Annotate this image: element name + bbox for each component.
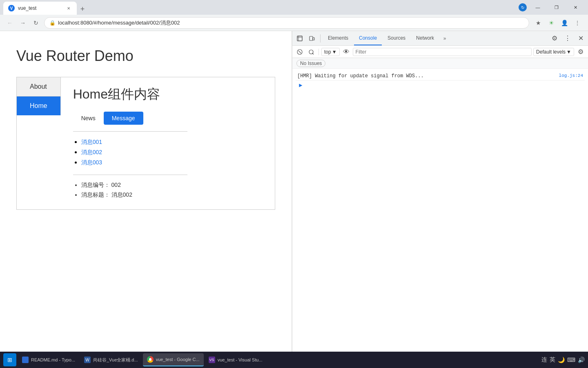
minimize-button[interactable]: —	[528, 0, 547, 15]
tab-title: vue_test	[18, 5, 62, 11]
svg-rect-4	[313, 38, 314, 40]
moon-icon: 🌙	[558, 357, 565, 363]
separator	[320, 34, 321, 43]
refresh-button[interactable]: ↻	[31, 18, 41, 28]
page-title: Vue Router Demo	[16, 47, 275, 65]
no-issues-badge: No Issues	[296, 60, 325, 67]
main-container: About Home Home组件内容 News Message 消息001 消…	[16, 77, 275, 210]
filter-button[interactable]	[306, 47, 316, 57]
tabs-row: News Message	[73, 112, 187, 125]
detail-id: 消息编号： 002	[81, 182, 187, 189]
no-issues-bar: No Issues	[292, 58, 588, 69]
new-tab-button[interactable]: +	[77, 3, 88, 15]
more-tabs-button[interactable]: »	[440, 34, 450, 43]
profile-icon[interactable]: 👤	[559, 17, 570, 29]
nav-panel: About Home	[17, 77, 61, 115]
taskbar-tray: 连 英 🌙 ⌨ 🔊	[541, 356, 585, 364]
taskbar-app-chrome-label: vue_test - Google C...	[156, 357, 200, 362]
chevron-down-icon: ▼	[566, 49, 571, 55]
news-tab[interactable]: News	[73, 112, 104, 125]
language-icon[interactable]: 英	[550, 356, 555, 364]
message-003-link[interactable]: 消息003	[81, 159, 102, 166]
console-toolbar: top ▼ 👁 Default levels ▼ ⚙	[292, 46, 588, 58]
console-source-link[interactable]: log.js:24	[559, 73, 583, 78]
taskbar-app-vscode-label: vue_test - Visual Stu...	[218, 357, 263, 362]
ime-icon[interactable]: 连	[541, 356, 547, 364]
taskbar-apps: README.md - Typo... W 尚硅谷_Vue全家桶.d... vu…	[18, 353, 540, 366]
tab-network[interactable]: Network	[411, 31, 439, 45]
start-button[interactable]: ⊞	[3, 353, 16, 366]
bookmark-icon[interactable]: ★	[532, 17, 544, 29]
message-list: 消息001 消息002 消息003	[73, 138, 187, 166]
vscode-icon: VS	[209, 357, 215, 363]
devtools-settings-button[interactable]: ⚙	[549, 33, 560, 44]
svg-rect-3	[310, 36, 313, 40]
title-value: 消息002	[111, 191, 132, 198]
active-tab[interactable]: V vue_test ✕	[3, 2, 77, 15]
console-prompt[interactable]: ►	[296, 81, 585, 90]
taskbar-app-word-label: 尚硅谷_Vue全家桶.d...	[93, 357, 138, 363]
title-label: 消息标题：	[81, 191, 110, 198]
forward-button[interactable]: →	[18, 18, 28, 28]
typora-icon	[22, 357, 29, 363]
devtools-inspector-icon[interactable]	[294, 33, 305, 44]
taskbar: ⊞ README.md - Typo... W 尚硅谷_Vue全家桶.d... …	[0, 352, 588, 368]
extensions-icon[interactable]: ☀	[546, 17, 557, 29]
context-label: top	[324, 49, 331, 55]
tab-bar: V vue_test ✕ +	[3, 0, 517, 15]
divider-top	[73, 131, 187, 132]
taskbar-app-word[interactable]: W 尚硅谷_Vue全家桶.d...	[80, 353, 142, 366]
devtools-actions: ⚙ ⋮ ✕	[549, 33, 586, 44]
url-bar[interactable]: 🔒 localhost:8080/#/home/message/detail/0…	[44, 17, 529, 29]
message-001-link[interactable]: 消息001	[81, 139, 102, 145]
context-selector[interactable]: top ▼	[321, 48, 340, 56]
level-selector[interactable]: Default levels ▼	[533, 48, 574, 56]
tab-elements[interactable]: Elements	[323, 31, 353, 45]
browser-titlebar: V vue_test ✕ + ↻ — ❐ ✕	[0, 0, 588, 15]
volume-icon[interactable]: 🔊	[578, 357, 585, 363]
clear-console-button[interactable]	[295, 47, 305, 57]
tab-close-button[interactable]: ✕	[65, 5, 72, 11]
tab-sources[interactable]: Sources	[383, 31, 410, 45]
console-message: [HMR] Waiting for update signal from WDS…	[297, 73, 424, 79]
list-item: 消息002	[81, 148, 187, 156]
taskbar-app-typora[interactable]: README.md - Typo...	[18, 353, 79, 366]
chrome-sync-icon: ↻	[519, 3, 527, 11]
lock-icon: 🔒	[49, 20, 56, 26]
home-nav-button[interactable]: Home	[17, 96, 60, 115]
maximize-button[interactable]: ❐	[547, 0, 566, 15]
devtools-panel: Elements Console Sources Network » ⚙ ⋮ ✕	[292, 31, 588, 368]
menu-icon[interactable]: ⋮	[572, 17, 583, 29]
divider-detail	[73, 175, 187, 175]
word-icon: W	[84, 357, 91, 363]
window-controls: — ❐ ✕	[528, 0, 585, 15]
taskbar-app-chrome[interactable]: vue_test - Google C...	[143, 353, 204, 366]
eye-button[interactable]: 👁	[341, 47, 351, 57]
about-nav-button[interactable]: About	[17, 77, 60, 96]
prompt-caret: ►	[299, 82, 302, 89]
list-item: 消息001	[81, 138, 187, 146]
devtools-close-button[interactable]: ✕	[575, 33, 586, 44]
main-layout: Vue Router Demo About Home Home组件内容 News…	[0, 31, 588, 368]
level-label: Default levels	[536, 49, 566, 55]
devtools-more-button[interactable]: ⋮	[562, 33, 573, 44]
filter-input[interactable]	[353, 48, 532, 56]
tab-favicon: V	[8, 5, 15, 11]
home-content: Home组件内容 News Message 消息001 消息002 消息003	[61, 77, 200, 209]
console-settings-button[interactable]: ⚙	[576, 47, 586, 57]
back-button[interactable]: ←	[5, 18, 15, 28]
browser-content: Vue Router Demo About Home Home组件内容 News…	[0, 31, 292, 368]
url-text: localhost:8080/#/home/message/detail/002…	[58, 19, 180, 27]
detail-title: 消息标题： 消息002	[81, 191, 187, 199]
tab-console[interactable]: Console	[354, 31, 382, 45]
devtools-device-icon[interactable]	[306, 33, 318, 44]
taskbar-app-vscode[interactable]: VS vue_test - Visual Stu...	[205, 353, 267, 366]
detail-list: 消息编号： 002 消息标题： 消息002	[73, 182, 187, 199]
devtools-tabs: Elements Console Sources Network » ⚙ ⋮ ✕	[292, 31, 588, 46]
id-label: 消息编号：	[81, 182, 110, 188]
id-value: 002	[111, 182, 121, 188]
close-button[interactable]: ✕	[566, 0, 585, 15]
message-002-link[interactable]: 消息002	[81, 149, 102, 155]
message-tab[interactable]: Message	[104, 112, 143, 125]
list-item: 消息003	[81, 159, 187, 166]
